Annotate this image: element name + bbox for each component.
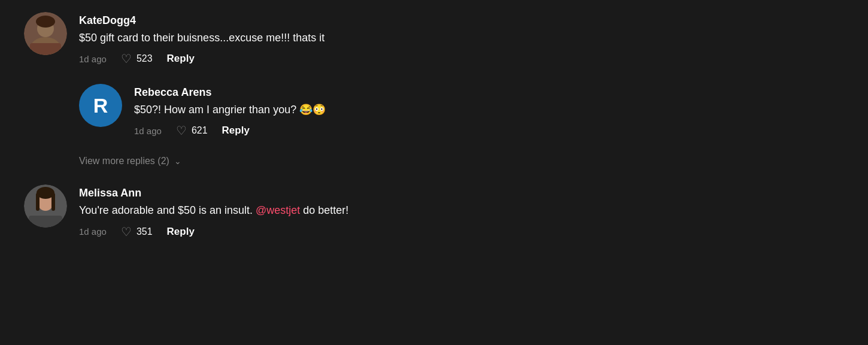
comment-time-katedogg4: 1d ago [79, 54, 107, 64]
avatar-rebecca-arens: R [79, 84, 122, 127]
heart-icon-katedogg4[interactable]: ♡ [121, 52, 132, 66]
comment-melissa-ann: Melissa Ann You're adorable and $50 is a… [24, 184, 563, 238]
heart-icon-melissa[interactable]: ♡ [121, 225, 132, 239]
view-more-replies-label: View more replies (2) [79, 156, 169, 167]
comment-body-katedogg4: KateDogg4 $50 gift card to their buisnes… [79, 12, 563, 66]
replies-section-rebecca: R Rebecca Arens $50?! How am I angrier t… [79, 84, 563, 138]
svg-rect-12 [51, 193, 55, 211]
svg-rect-11 [36, 193, 40, 211]
username-katedogg4: KateDogg4 [79, 14, 563, 27]
like-count-rebecca: 621 [192, 125, 208, 136]
heart-icon-rebecca[interactable]: ♡ [176, 123, 187, 138]
comment-meta-rebecca: 1d ago ♡ 621 Reply [134, 123, 563, 138]
comment-meta-katedogg4: 1d ago ♡ 523 Reply [79, 52, 563, 66]
comments-list: KateDogg4 $50 gift card to their buisnes… [24, 12, 563, 239]
like-section-rebecca: ♡ 621 [176, 123, 208, 138]
comment-text-katedogg4: $50 gift card to their buisness...excuse… [79, 31, 563, 46]
reply-button-katedogg4[interactable]: Reply [167, 53, 195, 65]
svg-rect-13 [29, 216, 62, 228]
like-section-melissa: ♡ 351 [121, 225, 153, 239]
comment-body-melissa: Melissa Ann You're adorable and $50 is a… [79, 184, 563, 238]
reply-button-melissa[interactable]: Reply [167, 226, 195, 238]
comment-time-rebecca: 1d ago [134, 126, 162, 136]
comment-text-part2: do better! [300, 204, 348, 216]
avatar-katedogg4 [24, 12, 67, 55]
avatar-melissa-ann [24, 184, 67, 228]
comment-time-melissa: 1d ago [79, 226, 107, 237]
comment-text-part1: You're adorable and $50 is an insult. [79, 204, 256, 216]
comment-body-rebecca: Rebecca Arens $50?! How am I angrier tha… [134, 84, 563, 138]
comment-text-rebecca: $50?! How am I angrier than you? 😂😳 [134, 102, 563, 117]
like-section-katedogg4: ♡ 523 [121, 52, 153, 66]
chevron-down-icon: ⌄ [174, 156, 181, 166]
like-count-katedogg4: 523 [136, 53, 153, 64]
view-more-replies-button[interactable]: View more replies (2) ⌄ [79, 156, 181, 167]
username-rebecca: Rebecca Arens [134, 86, 563, 99]
mention-westjet[interactable]: @westjet [256, 204, 300, 216]
svg-point-5 [36, 16, 55, 28]
reply-button-rebecca[interactable]: Reply [222, 125, 250, 137]
comment-text-melissa: You're adorable and $50 is an insult. @w… [79, 203, 563, 218]
like-count-melissa: 351 [136, 226, 153, 237]
comment-katedogg4: KateDogg4 $50 gift card to their buisnes… [24, 12, 563, 66]
username-melissa: Melissa Ann [79, 187, 563, 199]
svg-rect-6 [30, 43, 61, 55]
comment-meta-melissa: 1d ago ♡ 351 Reply [79, 225, 563, 239]
comment-rebecca-arens: R Rebecca Arens $50?! How am I angrier t… [79, 84, 563, 138]
